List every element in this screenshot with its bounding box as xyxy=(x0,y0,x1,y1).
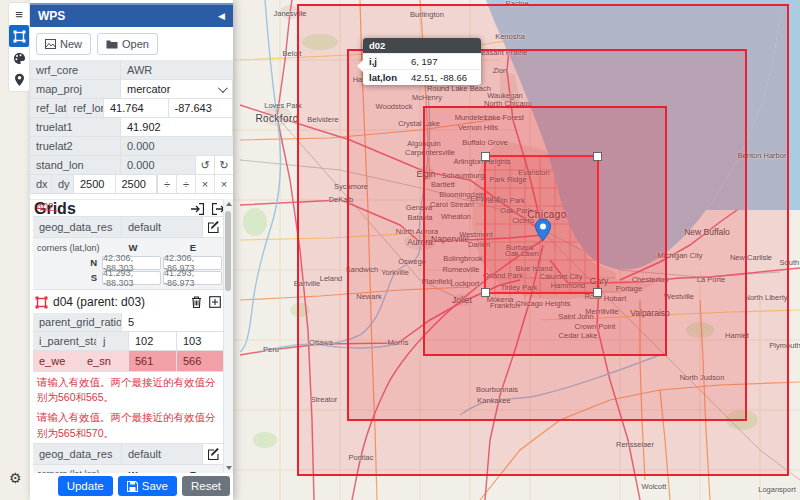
open-button[interactable]: Open xyxy=(97,33,158,55)
collapse-panel-icon[interactable]: ◀ xyxy=(218,11,225,21)
domain-tooltip: d02 i,j 6, 197 lat,lon 42.51, -88.66 xyxy=(363,38,481,85)
parent-grid-ratio-input[interactable]: 5 xyxy=(122,313,225,331)
tooltip-title: d02 xyxy=(363,38,481,53)
ref-latlon-row: ref_lat ref_lon 41.764 -87.643 xyxy=(30,99,233,118)
domain-square-icon xyxy=(35,296,48,309)
settings-gear-button[interactable]: ⚙ xyxy=(9,471,22,485)
redo-icon: ↻ xyxy=(219,159,228,172)
dy-input[interactable]: 2500 xyxy=(116,175,158,193)
trash-icon[interactable] xyxy=(191,296,202,308)
map-marker-pin[interactable] xyxy=(534,218,552,242)
selection-square-icon xyxy=(13,30,26,43)
map-proj-select[interactable]: mercator xyxy=(121,80,233,98)
ref-lat-input[interactable]: 41.764 xyxy=(104,99,169,117)
i-parent-start-input[interactable]: 102 xyxy=(129,332,177,350)
wrf-core-row: wrf_core AWR xyxy=(30,61,233,80)
update-button[interactable]: Update xyxy=(58,476,113,496)
col-west: W xyxy=(103,469,163,473)
parent-grid-ratio-row: parent_grid_ratio 5 xyxy=(33,313,225,332)
truelat2-label: truelat2 xyxy=(30,137,121,155)
dx-label: dx xyxy=(30,175,52,193)
corners-table-d04: corners (lat,lon) W E N 42.107, -87.964 … xyxy=(33,465,225,473)
tooltip-latlon-value: 42.51, -88.66 xyxy=(407,70,471,85)
panel-title: WPS xyxy=(38,9,65,23)
domain-select-tool[interactable] xyxy=(9,25,29,47)
ref-lat-label: ref_lat xyxy=(30,99,67,117)
edit-geog-button[interactable] xyxy=(202,217,225,237)
domain-resize-handle-bl[interactable] xyxy=(481,288,490,297)
double-dy-button[interactable]: × xyxy=(214,175,233,193)
corners-label: corners (lat,lon) xyxy=(35,243,103,253)
save-icon xyxy=(127,481,138,492)
menu-button[interactable]: ≡ xyxy=(9,3,29,25)
geog-data-res-row-d04: geog_data_res default xyxy=(33,443,225,465)
e-sn-input[interactable]: 566 xyxy=(177,351,225,371)
tooltip-ij-label: i,j xyxy=(363,54,407,69)
save-button-label: Save xyxy=(142,480,168,492)
ref-lon-input[interactable]: -87.643 xyxy=(169,99,234,117)
domain-resize-handle-tl[interactable] xyxy=(481,152,490,161)
corners-table: corners (lat,lon) W E N 42.306, -88.303 … xyxy=(33,238,225,290)
undo-button[interactable]: ↺ xyxy=(195,156,214,174)
panel-scrollbar[interactable] xyxy=(223,199,233,473)
j-label: j xyxy=(97,332,129,350)
tooltip-latlon-label: lat,lon xyxy=(363,70,407,85)
e-we-input[interactable]: 561 xyxy=(129,351,177,371)
truelat2-row: truelat2 0.000 xyxy=(30,137,233,156)
marker-tool[interactable] xyxy=(9,69,29,91)
ref-lon-label: ref_lon xyxy=(67,99,104,117)
new-button-label: New xyxy=(60,38,82,50)
panel-header[interactable]: WPS ◀ xyxy=(30,3,233,27)
scrollbar-thumb[interactable] xyxy=(225,211,231,291)
geog-data-res-value: default xyxy=(122,217,202,237)
geog-data-res-value: default xyxy=(122,444,202,464)
halve-dx-button[interactable]: ÷ xyxy=(157,175,176,193)
e-we-validation-error: 请输入有效值。两个最接近的有效值分别为560和565。 xyxy=(33,372,225,407)
truelat2-value: 0.000 xyxy=(121,137,233,155)
edit-geog-button[interactable] xyxy=(202,444,225,464)
j-parent-start-input[interactable]: 103 xyxy=(177,332,225,350)
tool-rail: ≡ xyxy=(8,2,30,92)
corner-se: 41.293, -86.973 xyxy=(163,271,222,285)
truelat1-row: truelat1 41.902 xyxy=(30,118,233,137)
palette-tool[interactable] xyxy=(9,47,29,69)
e-sn-label: e_sn xyxy=(81,351,129,371)
double-dx-button[interactable]: × xyxy=(195,175,214,193)
undo-icon: ↺ xyxy=(200,159,209,172)
e-sn-validation-error: 请输入有效值。两个最接近的有效值分别为565和570。 xyxy=(33,407,225,442)
reset-button[interactable]: Reset xyxy=(182,476,230,496)
row-north: N xyxy=(35,257,101,268)
domain-resize-handle-tr[interactable] xyxy=(593,152,602,161)
divide-icon: ÷ xyxy=(164,178,170,190)
scroll-down-arrow[interactable] xyxy=(226,466,232,470)
dx-input[interactable]: 2500 xyxy=(74,175,116,193)
d04-title: d04 (parent: d03) xyxy=(53,295,145,309)
map-proj-row: map_proj mercator xyxy=(30,80,233,99)
e-we-label: e_we xyxy=(33,351,81,371)
redo-button[interactable]: ↻ xyxy=(214,156,233,174)
i-parent-start-label: i_parent_sta xyxy=(33,332,97,350)
scroll-up-arrow[interactable] xyxy=(226,202,232,206)
add-domain-icon[interactable] xyxy=(209,296,221,308)
gear-icon: ⚙ xyxy=(9,470,22,486)
new-button[interactable]: New xyxy=(36,33,91,55)
truelat1-input[interactable]: 41.902 xyxy=(121,118,233,136)
halve-dy-button[interactable]: ÷ xyxy=(176,175,195,193)
dy-label: dy xyxy=(52,175,74,193)
domain-resize-handle-br[interactable] xyxy=(593,288,602,297)
d04-header: d04 (parent: d03) xyxy=(33,290,225,313)
col-east: E xyxy=(163,469,223,473)
chevron-down-icon xyxy=(218,83,228,93)
tooltip-arrow xyxy=(357,60,363,72)
panel-toolbar: New Open xyxy=(30,27,233,61)
col-west: W xyxy=(103,242,163,253)
truelat1-label: truelat1 xyxy=(30,118,121,136)
stand-lon-row: stand_lon 0.000 ↺ ↻ xyxy=(30,156,233,175)
hamburger-icon: ≡ xyxy=(15,8,23,21)
partial-error-text: 402。 xyxy=(33,200,225,216)
wps-panel: WPS ◀ New Open wrf_core AWR map_proj mer… xyxy=(30,0,233,500)
save-button[interactable]: Save xyxy=(118,476,177,496)
geog-data-res-label: geog_data_res xyxy=(33,217,122,237)
panel-actions: Update Save Reset xyxy=(58,476,230,496)
pencil-square-icon xyxy=(208,221,220,233)
